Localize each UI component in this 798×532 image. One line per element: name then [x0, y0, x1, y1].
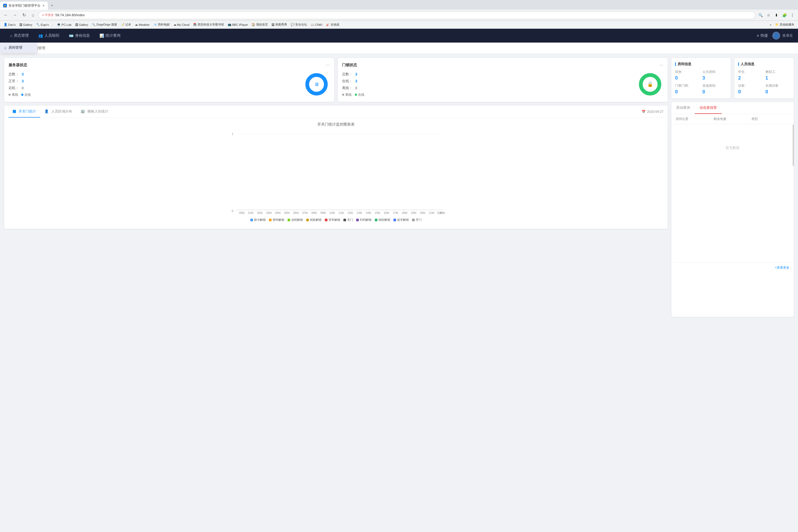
bookmark-dogedoge[interactable]: 🔍DogeDoge 搜索: [90, 22, 119, 27]
bookmark-email[interactable]: 📧西科电邮: [152, 22, 171, 27]
dorm-info: 宿舍: 0: [675, 70, 700, 81]
bookmark-separator1: |: [51, 23, 55, 27]
toolbar-icons: 🔍 ☆ ⬇ 🧩 ⋮: [757, 12, 796, 19]
bookmark-gallery2[interactable]: 🖼Gallery: [74, 23, 90, 27]
bookmark-home[interactable]: 🏠我的首页: [250, 22, 269, 27]
bookmark-gallery1[interactable]: 🖼Gallery: [18, 23, 34, 27]
calendar-icon: 📅: [642, 110, 646, 114]
chart-tabs-header: 开关门统计 👤 人员区域分布 🏢 楼栋入住统计 📅 2020-09-27: [4, 106, 668, 118]
server-status-card: 服务器状态 ··· 总数： 3 正常： 3: [4, 58, 334, 102]
bookmark-icon[interactable]: ☆: [765, 12, 772, 19]
svg-text:12时: 12时: [347, 211, 353, 214]
bookmark-meitu[interactable]: 🖼美图秀秀: [270, 22, 289, 27]
bookmark-weather[interactable]: ☁Weather: [133, 22, 151, 27]
url-display: 59.74.184.80/index: [55, 13, 85, 17]
new-tab-button[interactable]: +: [48, 2, 56, 10]
server-status-content: 总数： 3 正常： 3 宕机： 0: [8, 71, 330, 98]
lock-offline-val: 0: [355, 86, 357, 90]
chart-legend: 刷卡解锁 密码解锁 远程解锁 钥匙解锁: [8, 215, 663, 225]
svg-text:13时: 13时: [357, 211, 362, 214]
search-icon[interactable]: 🔍: [757, 12, 764, 19]
tab-personnel-icon: 👤: [44, 109, 49, 113]
legend-fingerprint-unlock: 指纹解锁: [375, 218, 390, 222]
bookmark-cnki[interactable]: 📖CNKI: [309, 22, 324, 27]
tab-anomaly-query[interactable]: 异动查询: [671, 102, 695, 114]
alerts-card: 异动查询 低电量报警 房间位置 剩余电量 类型 暂无数据: [671, 102, 794, 317]
lock-info: 总数： 3 在线： 3 离线： 0: [342, 72, 632, 97]
nav-dropdown: ⌂ 房间管理: [0, 42, 37, 53]
bookmark-ergos[interactable]: 🔧Ergo's: [35, 22, 51, 27]
quick-access[interactable]: ≡ 快捷: [757, 33, 768, 38]
bookmark-bbc[interactable]: 📺BBC iPlayer: [226, 22, 249, 27]
nav-item-room-management[interactable]: ⌂ 房态管理: [5, 29, 34, 42]
online-dot: [21, 94, 23, 96]
legend-open-door: 开门: [412, 218, 422, 222]
view-more-button[interactable]: +查看更多: [671, 263, 794, 273]
legend-key-icon: [306, 218, 309, 221]
user-menu[interactable]: 👤 肖泽元: [772, 32, 793, 40]
tab-title: 安全学院门锁管理平台: [8, 3, 41, 8]
tab-door-stats[interactable]: 开关门统计: [8, 106, 40, 118]
legend-card-unlock: 刷卡解锁: [250, 218, 266, 222]
server-more-button[interactable]: ···: [326, 62, 330, 68]
server-normal-val: 3: [22, 79, 24, 83]
extension-icon[interactable]: 🧩: [781, 12, 788, 19]
download-icon[interactable]: ⬇: [773, 12, 780, 19]
svg-text:0: 0: [232, 209, 233, 212]
svg-text:20时: 20时: [420, 211, 425, 214]
svg-text:18时: 18时: [402, 211, 407, 214]
forward-button[interactable]: →: [11, 12, 19, 19]
nav-right: ≡ 快捷 👤 肖泽元: [757, 32, 793, 40]
bookmark-notepad[interactable]: 📝记本: [119, 22, 133, 27]
legend-key-unlock: 钥匙解锁: [306, 218, 322, 222]
tab-building-stats[interactable]: 🏢 楼栋入住统计: [76, 106, 113, 118]
bookmark-dans[interactable]: 👤Dan's: [2, 22, 17, 27]
legend-password-unlock: 密码解锁: [269, 218, 284, 222]
nav-item-identity[interactable]: 🪪 身份信息: [64, 29, 95, 42]
right-scroll-area[interactable]: 暂无数据: [671, 124, 794, 263]
nav-menu: ⌂ 房态管理 👥 人员组织 🪪 身份信息 📊 统计查询: [5, 29, 757, 42]
legend-bluetooth-unlock: 蓝牙解锁: [394, 218, 409, 222]
lock-donut-center: 🔒: [647, 81, 653, 87]
server-normal-row: 正常： 3: [8, 79, 299, 83]
svg-text:05时: 05时: [284, 211, 290, 214]
refresh-button[interactable]: ↻: [20, 12, 28, 19]
nav-item-stats[interactable]: 📊 统计查询: [95, 29, 125, 42]
bookmark-library[interactable]: 📚西安科技大学图书馆: [191, 22, 226, 27]
address-bar[interactable]: ⚠ 不安全 59.74.184.80/index: [38, 11, 756, 19]
bookmark-more[interactable]: »: [768, 23, 773, 27]
scrollbar-thumb[interactable]: [793, 125, 794, 166]
back-button[interactable]: ←: [2, 12, 10, 19]
right-tabs: 异动查询 低电量报警: [671, 102, 794, 114]
home-button[interactable]: ⌂: [29, 12, 37, 19]
server-donut-center: 🖥: [314, 82, 319, 87]
lock-online-val: 3: [355, 79, 357, 83]
stats-icon: 📊: [99, 34, 104, 38]
tab-door-stats-icon: [13, 110, 16, 113]
lock-online-legend: 在线: [355, 93, 364, 97]
tabs-date[interactable]: 📅 2020-09-27: [642, 110, 663, 114]
lock-more-button[interactable]: ···: [660, 62, 663, 68]
active-tab[interactable]: 🔒 安全学院门锁管理平台 ×: [0, 2, 48, 10]
tab-low-battery-alert[interactable]: 低电量报警: [695, 102, 722, 114]
server-total-row: 总数： 3: [8, 72, 299, 77]
nav-item-personnel[interactable]: 👥 人员组织: [34, 29, 64, 42]
legend-close-door: 关门: [343, 218, 353, 222]
tab-personnel-dist[interactable]: 👤 人员区域分布: [40, 106, 76, 118]
tab-close-button[interactable]: ×: [42, 3, 45, 8]
bookmark-forum[interactable]: 💬安全论坛: [289, 22, 308, 27]
bookmark-guitar[interactable]: 🎸吉他道: [324, 22, 341, 27]
dropdown-item-room[interactable]: ⌂ 房间管理: [0, 42, 37, 53]
bookmarks-bar: 👤Dan's 🖼Gallery 🔧Ergo's | 💻PC-Lab 🖼Galle…: [0, 21, 798, 29]
server-offline-legend: 离线: [8, 93, 18, 97]
visitor-info: 访客: 0: [738, 83, 763, 95]
lock-donut-chart: 🔒: [637, 71, 663, 98]
bookmark-pclab[interactable]: 💻PC-Lab: [55, 22, 73, 27]
browser-toolbar: ← → ↻ ⌂ ⚠ 不安全 59.74.184.80/index 🔍 ☆ ⬇ 🧩…: [0, 10, 798, 21]
server-total-val: 3: [22, 72, 24, 76]
menu-icon[interactable]: ⋮: [789, 12, 796, 19]
main-content: 服务器状态 ··· 总数： 3 正常： 3: [0, 54, 798, 277]
bookmark-mycloud[interactable]: ☁My Cloud: [172, 22, 191, 27]
right-scrollbar[interactable]: [793, 124, 794, 263]
bookmark-others[interactable]: 📁其他收藏夹: [774, 22, 796, 27]
